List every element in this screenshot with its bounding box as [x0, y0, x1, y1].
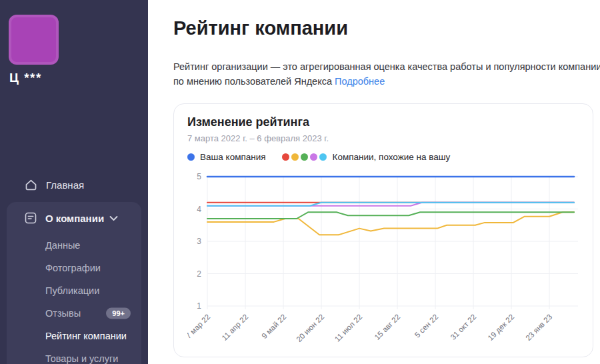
svg-text:31 окт 22: 31 окт 22: [449, 313, 477, 341]
sidebar-item-products-services-label: Товары и услуги: [45, 353, 118, 364]
svg-text:7 мар 22: 7 мар 22: [187, 313, 211, 340]
sidebar: Ц *** Главная О компании Данные Фотограф…: [0, 0, 148, 364]
sidebar-item-company-rating[interactable]: Рейтинг компании: [7, 325, 141, 347]
sidebar-item-company-rating-label: Рейтинг компании: [45, 331, 127, 341]
sidebar-item-photos-label: Фотографии: [45, 263, 101, 273]
sidebar-section-about-company: О компании Данные Фотографии Публикации …: [7, 202, 141, 364]
similar-company-dot: [291, 153, 299, 161]
similar-companies-dots: [282, 153, 327, 161]
similar-companies-label: Компании, похожие на вашу: [333, 152, 451, 162]
svg-text:11 июл 22: 11 июл 22: [333, 313, 364, 343]
card-date-range: 7 марта 2022 г. – 6 февраля 2023 г.: [187, 133, 579, 143]
sidebar-item-data-label: Данные: [45, 240, 80, 251]
legend-item-your-company: Ваша компания: [187, 152, 266, 162]
sidebar-item-photos[interactable]: Фотографии: [7, 257, 141, 279]
svg-text:19 дек 22: 19 дек 22: [486, 313, 515, 342]
svg-text:5 сен 22: 5 сен 22: [413, 313, 440, 339]
svg-text:9 май 22: 9 май 22: [260, 313, 287, 340]
similar-company-dot: [282, 153, 289, 161]
svg-text:5: 5: [197, 172, 201, 181]
sidebar-item-home[interactable]: Главная: [0, 173, 148, 196]
sidebar-item-about-company[interactable]: О компании: [7, 205, 141, 231]
reviews-count-badge: 99+: [106, 308, 131, 319]
chevron-down-icon: [109, 212, 118, 224]
sidebar-item-data[interactable]: Данные: [7, 234, 141, 257]
rating-chart: 7 мар 2211 апр 229 май 2220 июн 2211 июл…: [187, 166, 579, 350]
sidebar-item-reviews-label: Отзывы: [45, 308, 81, 319]
document-icon: [24, 211, 37, 225]
svg-text:23 янв 23: 23 янв 23: [524, 313, 553, 342]
chart-legend: Ваша компания Компании, похожие на вашу: [187, 152, 579, 162]
sidebar-item-reviews[interactable]: Отзывы 99+: [7, 302, 141, 325]
svg-text:3: 3: [197, 237, 201, 246]
similar-company-dot: [301, 153, 308, 161]
card-title: Изменение рейтинга: [187, 115, 579, 129]
about-company-subitems: Данные Фотографии Публикации Отзывы 99+ …: [7, 234, 141, 364]
sidebar-item-publications-label: Публикации: [45, 285, 99, 296]
sidebar-item-home-label: Главная: [46, 179, 84, 191]
svg-text:1: 1: [197, 301, 201, 311]
rating-change-card: Изменение рейтинга 7 марта 2022 г. – 6 ф…: [173, 103, 593, 357]
company-logo[interactable]: [9, 15, 59, 65]
similar-company-dot: [310, 153, 317, 161]
similar-company-dot: [319, 153, 327, 161]
svg-text:20 июн 22: 20 июн 22: [295, 313, 325, 343]
your-company-dot: [187, 153, 195, 161]
rating-line-chart: 7 мар 2211 апр 229 май 2220 июн 2211 июл…: [187, 166, 579, 347]
svg-text:11 апр 22: 11 апр 22: [220, 313, 249, 342]
home-icon: [24, 178, 38, 192]
sidebar-item-about-company-label: О компании: [45, 213, 104, 224]
main-content: Рейтинг компании Рейтинг организации — э…: [148, 0, 600, 364]
page-description: Рейтинг организации — это агрегированная…: [173, 59, 600, 89]
svg-text:15 авг 22: 15 авг 22: [373, 313, 402, 341]
svg-text:2: 2: [197, 269, 201, 278]
sidebar-item-products-services[interactable]: Товары и услуги: [7, 347, 141, 364]
page-title: Рейтинг компании: [173, 17, 600, 39]
sidebar-item-publications[interactable]: Публикации: [7, 279, 141, 302]
more-details-link[interactable]: Подробнее: [335, 76, 385, 87]
svg-text:4: 4: [197, 204, 201, 213]
page-description-text: Рейтинг организации — это агрегированная…: [173, 61, 600, 87]
your-company-label: Ваша компания: [200, 152, 266, 162]
company-name: Ц ***: [9, 71, 42, 85]
